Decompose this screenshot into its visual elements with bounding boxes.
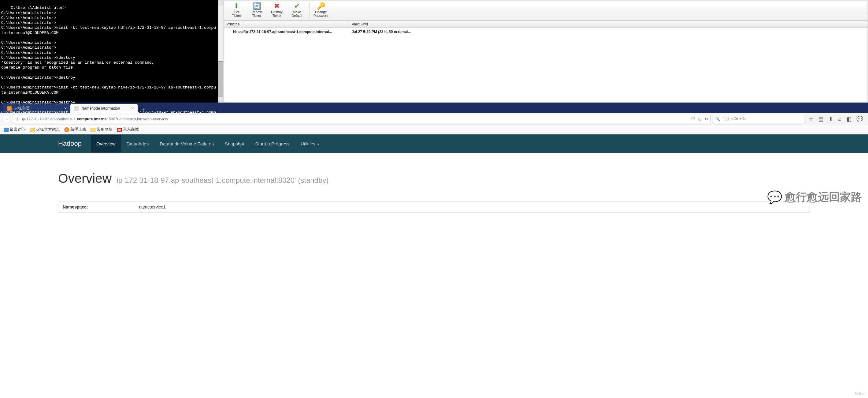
nav-datanode-volume-failures[interactable]: Datanode Volume Failures [154,135,219,152]
nav-datanodes[interactable]: Datanodes [121,135,154,152]
kerberos-table-body: hbase/ip-172-31-18-97.ap-southeast-1.com… [224,28,867,102]
hadoop-brand[interactable]: Hadoop [58,140,82,148]
toolbar-right-icons: ☆ ▤ ⬇ ⌂ ◧ 💬 [806,116,866,122]
wechat-icon: 💬 [767,190,782,204]
search-icon: 🔍 [715,117,720,121]
bookmark-common-urls[interactable]: 常用网址 [91,127,113,132]
nav-overview[interactable]: Overview [91,135,121,152]
terminal-scrollbar[interactable]: ▲ ▼ [218,0,223,103]
renew-ticket-icon: 🔄 [253,3,261,9]
search-bar[interactable]: 🔍 百度 <Ctrl+K> [713,115,804,123]
firefox-small-icon [64,127,69,132]
downloads-icon[interactable]: ⬇ [829,116,833,122]
change-password-icon: 🔑 [317,3,325,9]
bookmark-star-icon[interactable]: ☆ [809,116,813,122]
reload-icon[interactable]: ↻ [705,117,708,121]
column-header-principal[interactable]: Principal [224,21,349,28]
destroy-ticket-button[interactable]: ✖ Destroy Ticket [268,2,286,18]
jd-icon: JD [117,128,122,132]
namespace-value: nameservice1 [135,201,810,213]
hadoop-navbar: Hadoop Overview Datanodes Datanode Volum… [0,134,868,153]
kerberos-toolbar: ⬇ Get Ticket 🔄 Renew Ticket ✖ Destroy Ti… [224,1,867,21]
ticket-principal: hbase/ip-172-31-18-97.ap-southeast-1.com… [224,30,349,34]
url-bar[interactable]: ⓘ ip-172-31-18-97.ap-southeast-1.compute… [13,115,711,123]
namespace-label: Namespace: [58,201,135,213]
change-password-button[interactable]: 🔑 Change Password [310,2,330,18]
sidebar-icon[interactable]: ◧ [846,116,851,122]
command-prompt[interactable]: C:\Users\Administrator> C:\Users\Adminis… [0,0,223,103]
bookmark-newbie[interactable]: 新手上路 [64,127,86,132]
ticket-valid-until: Jul 27 5:29 PM (23 h, 59 m remai... [349,30,867,34]
scroll-up-arrow[interactable]: ▲ [218,0,223,5]
folder-icon [91,128,95,132]
shield-icon[interactable]: 🛡 [691,117,695,121]
search-placeholder: 百度 <Ctrl+K> [722,116,746,121]
kerberos-table-header: Principal Valid Until [224,21,867,28]
bookmark-jd[interactable]: JD 京东商城 [117,127,139,132]
nav-startup-progress[interactable]: Startup Progress [250,135,295,152]
terminal-output: C:\Users\Administrator> C:\Users\Adminis… [1,5,216,130]
hadoop-content: Overview 'ip-172-31-18-97.ap-southeast-1… [0,153,868,219]
table-row: Namespace: nameservice1 [58,201,810,213]
top-split: C:\Users\Administrator> C:\Users\Adminis… [0,0,868,103]
overview-info-table: Namespace: nameservice1 [58,201,810,213]
nav-utilities[interactable]: Utilities▼ [295,135,325,152]
scroll-down-arrow[interactable]: ▼ [218,97,223,103]
kerberos-ticket-manager: ⬇ Get Ticket 🔄 Renew Ticket ✖ Destroy Ti… [223,0,868,103]
qr-icon[interactable]: ⊞ [698,117,702,121]
renew-ticket-button[interactable]: 🔄 Renew Ticket [248,2,266,18]
home-icon[interactable]: ⌂ [838,116,841,122]
library-icon[interactable]: ▤ [818,116,824,122]
make-default-button[interactable]: ✔ Make Default [288,2,306,18]
page-subtitle: 'ip-172-31-18-97.ap-southeast-1.compute.… [115,176,329,184]
column-header-valid-until[interactable]: Valid Until [349,21,867,28]
chat-icon[interactable]: 💬 [857,116,863,122]
watermark: 💬 愈行愈远回家路 [767,190,862,205]
scroll-thumb[interactable] [218,61,223,98]
make-default-icon: ✔ [294,3,300,9]
nav-snapshot[interactable]: Snapshot [219,135,250,152]
ticket-row[interactable]: hbase/ip-172-31-18-97.ap-southeast-1.com… [224,28,867,36]
bookmarks-bar: 最常访问 火狐官方站点 新手上路 常用网址 JD 京东商城 [0,125,868,134]
destroy-ticket-icon: ✖ [274,3,280,9]
page-title: Overview 'ip-172-31-18-97.ap-southeast-1… [58,171,810,186]
chevron-down-icon: ▼ [316,143,320,146]
get-ticket-icon: ⬇ [234,3,239,9]
